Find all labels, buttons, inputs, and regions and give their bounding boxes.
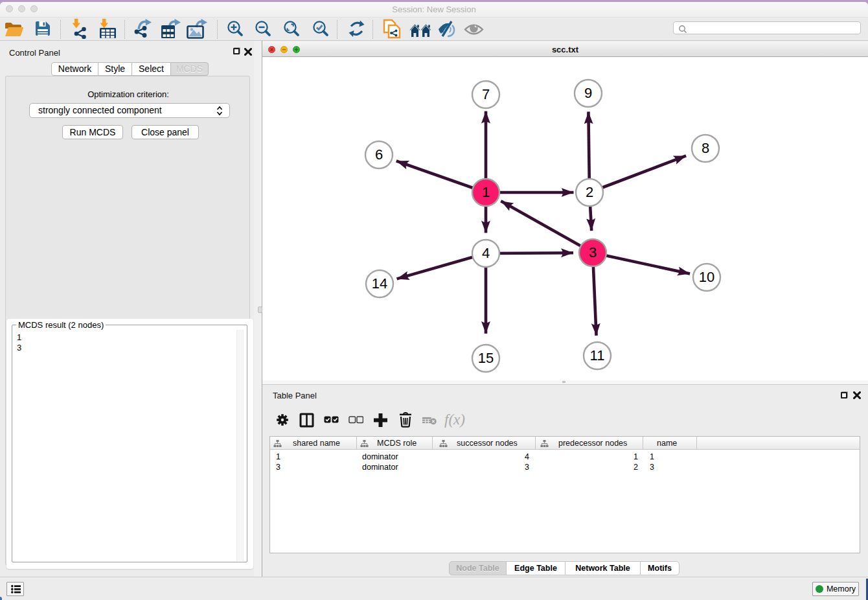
svg-text:14: 14 [372, 275, 387, 292]
svg-text:10: 10 [699, 269, 714, 285]
svg-text:9: 9 [584, 85, 592, 101]
svg-text:2: 2 [586, 184, 593, 200]
svg-text:1: 1 [482, 184, 490, 200]
svg-text:15: 15 [478, 350, 494, 366]
svg-text:3: 3 [589, 244, 597, 260]
svg-text:4: 4 [482, 245, 490, 261]
svg-text:8: 8 [702, 140, 709, 156]
svg-text:6: 6 [375, 146, 383, 163]
svg-text:7: 7 [482, 86, 490, 102]
svg-text:11: 11 [590, 347, 605, 363]
